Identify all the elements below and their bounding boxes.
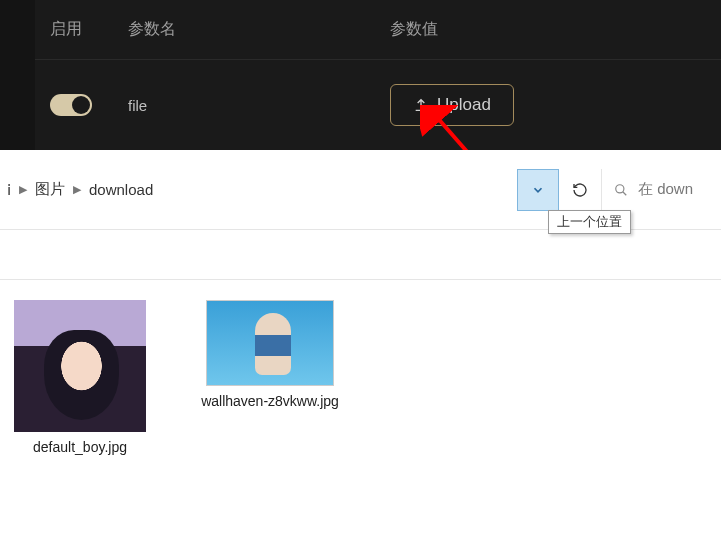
refresh-icon bbox=[572, 182, 588, 198]
chevron-right-icon: ▶ bbox=[13, 183, 33, 196]
table-header-row: 启用 参数名 参数值 bbox=[0, 0, 721, 60]
file-name: default_boy.jpg bbox=[10, 438, 150, 456]
file-explorer-window: ⅰ ▶ 图片 ▶ download 在 down 上一个位置 default_b… bbox=[0, 150, 721, 547]
search-icon bbox=[614, 183, 628, 197]
history-dropdown-button[interactable] bbox=[517, 169, 559, 211]
upload-button-label: Upload bbox=[437, 95, 491, 115]
file-grid: default_boy.jpg wallhaven-z8vkww.jpg bbox=[0, 280, 721, 476]
file-item[interactable]: default_boy.jpg bbox=[10, 300, 150, 456]
breadcrumb: ⅰ ▶ 图片 ▶ download bbox=[5, 176, 517, 203]
breadcrumb-item[interactable]: 图片 bbox=[33, 176, 67, 203]
svg-point-1 bbox=[616, 184, 624, 192]
chevron-down-icon bbox=[531, 183, 545, 197]
search-input[interactable]: 在 down bbox=[601, 169, 721, 211]
table-row: file Upload bbox=[0, 60, 721, 150]
upload-button[interactable]: Upload bbox=[390, 84, 514, 126]
file-thumbnail bbox=[206, 300, 334, 386]
search-placeholder: 在 down bbox=[638, 180, 693, 199]
file-name: wallhaven-z8vkww.jpg bbox=[200, 392, 340, 410]
col-header-name: 参数名 bbox=[128, 19, 390, 40]
col-header-value: 参数值 bbox=[390, 19, 721, 40]
breadcrumb-item[interactable]: download bbox=[87, 177, 155, 202]
explorer-toolbar bbox=[0, 230, 721, 280]
tooltip: 上一个位置 bbox=[548, 210, 631, 234]
param-name: file bbox=[128, 97, 390, 114]
file-thumbnail bbox=[14, 300, 146, 432]
api-params-panel: 启用 参数名 参数值 file Upload bbox=[0, 0, 721, 150]
breadcrumb-root[interactable]: ⅰ bbox=[5, 177, 13, 203]
refresh-button[interactable] bbox=[559, 169, 601, 211]
file-item[interactable]: wallhaven-z8vkww.jpg bbox=[200, 300, 340, 456]
address-bar: ⅰ ▶ 图片 ▶ download 在 down 上一个位置 bbox=[0, 150, 721, 230]
col-header-enable: 启用 bbox=[50, 19, 128, 40]
enable-toggle[interactable] bbox=[50, 94, 92, 116]
upload-icon bbox=[413, 97, 429, 113]
chevron-right-icon: ▶ bbox=[67, 183, 87, 196]
